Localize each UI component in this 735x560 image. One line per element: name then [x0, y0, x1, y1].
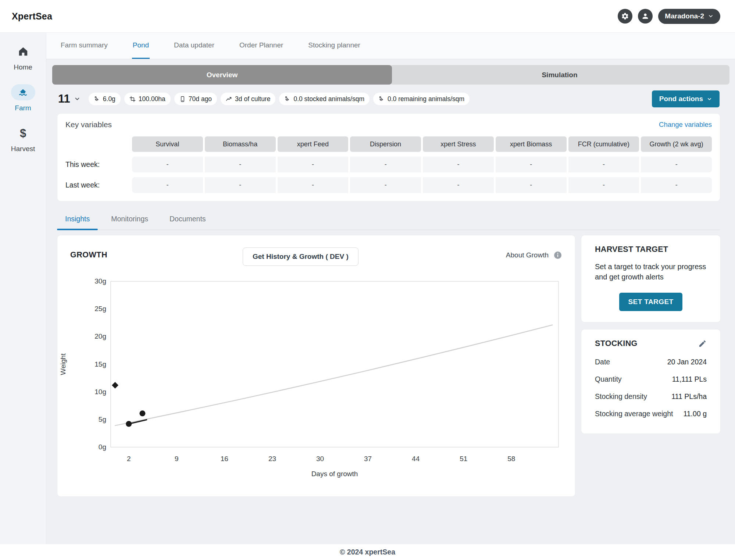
copyright-text: © 2024 xpertSea — [340, 548, 395, 556]
tab-documents[interactable]: Documents — [161, 210, 214, 229]
right-column: HARVEST TARGET Set a target to track you… — [581, 235, 721, 497]
svg-text:58: 58 — [507, 455, 515, 463]
harvest-target-card: HARVEST TARGET Set a target to track you… — [581, 235, 721, 322]
settings-button[interactable] — [618, 9, 632, 24]
svg-text:51: 51 — [460, 455, 467, 463]
stocking-title: STOCKING — [595, 339, 638, 348]
svg-text:Weight: Weight — [59, 353, 67, 375]
pond-badge-3d-of-culture: 3d of culture — [221, 93, 275, 105]
tab-monitorings[interactable]: Monitorings — [103, 210, 156, 229]
nav-tab-order-planner[interactable]: Order Planner — [239, 33, 284, 59]
kv-column-fcr-cumulative: FCR (cumulative) — [568, 136, 639, 152]
svg-text:2: 2 — [127, 455, 131, 463]
kv-cell: - — [205, 177, 276, 193]
kv-cell: - — [278, 157, 349, 172]
stocking-label: Stocking density — [595, 392, 647, 401]
kv-cell: - — [423, 157, 494, 172]
key-variables-card: Key variables Change variables SurvivalB… — [57, 113, 720, 201]
stocking-value: 11,111 PLs — [672, 375, 707, 384]
svg-text:30g: 30g — [94, 277, 106, 285]
sidebar-item-harvest[interactable]: $Harvest — [11, 125, 35, 153]
pond-selector[interactable]: 11 — [58, 92, 81, 106]
device-icon — [179, 96, 186, 102]
pencil-icon[interactable] — [698, 339, 707, 348]
harvest-icon: $ — [20, 128, 26, 139]
pond-actions-button[interactable]: Pond actions — [652, 90, 720, 107]
kv-cell: - — [350, 177, 421, 193]
kv-cell: - — [132, 177, 203, 193]
svg-text:25g: 25g — [94, 305, 106, 313]
sidebar-item-farm[interactable]: Farm — [11, 84, 35, 112]
farm-icon — [18, 88, 28, 97]
stocking-card: STOCKING Date20 Jan 2024Quantity11,111 P… — [581, 329, 721, 434]
brand-logo: XpertSea — [12, 11, 52, 22]
pond-badge-100-00ha: 100.00ha — [124, 93, 171, 105]
scale-icon — [94, 96, 100, 102]
change-variables-link[interactable]: Change variables — [659, 121, 712, 129]
nav-tabs: Farm summaryPondData updaterOrder Planne… — [46, 33, 735, 59]
pond-badge-0-0-stocked-animals-sqm: 0.0 stocked animals/sqm — [279, 93, 370, 105]
kv-cell: - — [496, 177, 567, 193]
nav-tab-pond[interactable]: Pond — [132, 33, 150, 59]
nav-tab-stocking-planner[interactable]: Stocking planner — [307, 33, 361, 59]
svg-text:16: 16 — [221, 455, 228, 463]
user-icon — [641, 12, 649, 20]
svg-text:20g: 20g — [94, 332, 106, 340]
chevron-down-icon — [708, 13, 714, 19]
badge-label: 0.0 stocked animals/sqm — [293, 95, 364, 103]
about-growth-label: About Growth — [506, 251, 549, 259]
growth-card: GROWTH Get History & Growth ( DEV ) Abou… — [57, 235, 575, 497]
pond-actions-label: Pond actions — [659, 95, 703, 103]
svg-text:37: 37 — [364, 455, 372, 463]
svg-text:9: 9 — [175, 455, 179, 463]
stocking-row-stocking-average-weight: Stocking average weight11.00 g — [595, 405, 707, 422]
growth-chart: 0g5g10g15g20g25g30g2916233037445158Days … — [57, 275, 576, 496]
kv-cell: - — [205, 157, 276, 172]
stocking-row-stocking-density: Stocking density111 PLs/ha — [595, 388, 707, 405]
harvest-target-title: HARVEST TARGET — [595, 245, 707, 254]
kv-cell: - — [641, 177, 712, 193]
kv-cell: - — [641, 157, 712, 172]
svg-text:5g: 5g — [99, 415, 106, 423]
scale-icon — [284, 96, 290, 102]
kv-cell: - — [278, 177, 349, 193]
kv-cell: - — [423, 177, 494, 193]
kv-cell: - — [350, 157, 421, 172]
kv-cell: - — [496, 157, 567, 172]
kv-row-label: This week: — [65, 160, 130, 169]
tab-insights[interactable]: Insights — [57, 210, 98, 229]
get-history-growth-button[interactable]: Get History & Growth ( DEV ) — [243, 247, 358, 266]
badge-label: 0.0 remaining animals/sqm — [388, 95, 464, 103]
pond-badge-6-0g: 6.0g — [89, 93, 121, 105]
stocking-value: 11.00 g — [683, 410, 707, 418]
kv-cell: - — [568, 177, 639, 193]
profile-button[interactable] — [638, 9, 653, 24]
kv-column-xpert-stress: xpert Stress — [423, 136, 494, 152]
stocking-rows: Date20 Jan 2024Quantity11,111 PLsStockin… — [595, 353, 707, 422]
badge-label: 100.00ha — [139, 95, 165, 103]
app-header: XpertSea Maradona-2 — [0, 0, 735, 33]
stocking-row-quantity: Quantity11,111 PLs — [595, 371, 707, 388]
svg-text:23: 23 — [268, 455, 276, 463]
kv-cell: - — [568, 157, 639, 172]
view-toggle: Overview Simulation — [52, 65, 729, 85]
kv-row-label: Last week: — [65, 181, 130, 189]
scale-icon — [378, 96, 385, 102]
info-icon[interactable] — [553, 251, 562, 260]
stocking-row-date: Date20 Jan 2024 — [595, 353, 707, 371]
simulation-toggle[interactable]: Simulation — [390, 65, 729, 85]
account-menu-button[interactable]: Maradona-2 — [658, 9, 720, 24]
nav-tab-data-updater[interactable]: Data updater — [173, 33, 215, 59]
nav-tab-farm-summary[interactable]: Farm summary — [60, 33, 108, 59]
stocking-label: Quantity — [595, 375, 622, 384]
overview-toggle[interactable]: Overview — [52, 65, 392, 85]
sidebar-item-label: Harvest — [11, 145, 35, 153]
account-name: Maradona-2 — [665, 12, 704, 20]
key-variables-table: SurvivalBiomass/haxpert FeedDispersionxp… — [65, 136, 712, 193]
gear-icon — [621, 12, 629, 20]
app-body: HomeFarm$Harvest Farm summaryPondData up… — [0, 33, 735, 544]
sidebar-item-home[interactable]: Home — [14, 43, 32, 71]
kv-cell: - — [132, 157, 203, 172]
set-target-button[interactable]: SET TARGET — [619, 293, 683, 311]
svg-text:15g: 15g — [94, 360, 106, 368]
